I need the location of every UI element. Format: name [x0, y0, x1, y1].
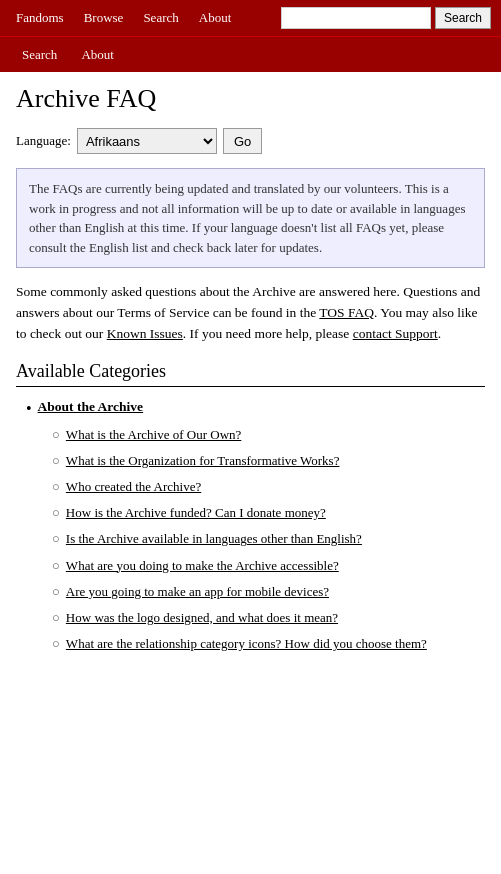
sub-link-3[interactable]: How is the Archive funded? Can I donate …: [66, 504, 326, 522]
second-nav-search[interactable]: Search: [10, 43, 69, 67]
sub-list-item: ○ What is the Organization for Transform…: [52, 452, 485, 470]
sub-link-5[interactable]: What are you doing to make the Archive a…: [66, 557, 339, 575]
second-nav-links: Search About: [10, 43, 126, 67]
sub-list-item: ○ What are the relationship category ico…: [52, 635, 485, 653]
sub-bullet: ○: [52, 635, 60, 653]
nav-search[interactable]: Search: [137, 6, 184, 30]
nav-about[interactable]: About: [193, 6, 238, 30]
sub-link-6[interactable]: Are you going to make an app for mobile …: [66, 583, 329, 601]
categories-list: • About the Archive ○ What is the Archiv…: [16, 399, 485, 653]
cat-link-about-archive[interactable]: About the Archive: [38, 399, 144, 415]
search-input[interactable]: [281, 7, 431, 29]
sub-list-item: ○ What are you doing to make the Archive…: [52, 557, 485, 575]
categories-heading: Available Categories: [16, 361, 485, 387]
known-issues-link[interactable]: Known Issues: [107, 326, 183, 341]
cat-item-about: • About the Archive: [26, 399, 485, 420]
second-nav-about[interactable]: About: [69, 43, 126, 67]
sub-list-item: ○ What is the Archive of Our Own?: [52, 426, 485, 444]
main-content: Archive FAQ Language: Afrikaans English …: [0, 72, 501, 681]
sub-list-item: ○ Is the Archive available in languages …: [52, 530, 485, 548]
top-nav: Fandoms Browse Search About Search: [0, 0, 501, 36]
nav-browse[interactable]: Browse: [78, 6, 130, 30]
language-label: Language:: [16, 133, 71, 149]
sub-bullet: ○: [52, 504, 60, 522]
notice-text: The FAQs are currently being updated and…: [29, 181, 465, 255]
sub-bullet: ○: [52, 426, 60, 444]
sub-bullet: ○: [52, 478, 60, 496]
nav-fandoms[interactable]: Fandoms: [10, 6, 70, 30]
category-item: • About the Archive ○ What is the Archiv…: [26, 399, 485, 653]
search-button[interactable]: Search: [435, 7, 491, 29]
nav-links: Fandoms Browse Search About: [10, 6, 281, 30]
sub-list-item: ○ How is the Archive funded? Can I donat…: [52, 504, 485, 522]
tos-faq-link[interactable]: TOS FAQ: [319, 305, 374, 320]
sub-bullet: ○: [52, 452, 60, 470]
sub-link-7[interactable]: How was the logo designed, and what does…: [66, 609, 338, 627]
sub-link-2[interactable]: Who created the Archive?: [66, 478, 201, 496]
sub-bullet: ○: [52, 557, 60, 575]
notice-box: The FAQs are currently being updated and…: [16, 168, 485, 268]
sub-list-item: ○ How was the logo designed, and what do…: [52, 609, 485, 627]
sub-list-item: ○ Who created the Archive?: [52, 478, 485, 496]
sub-list: ○ What is the Archive of Our Own? ○ What…: [26, 426, 485, 654]
go-button[interactable]: Go: [223, 128, 262, 154]
sub-list-item: ○ Are you going to make an app for mobil…: [52, 583, 485, 601]
search-bar: Search: [281, 7, 491, 29]
page-title: Archive FAQ: [16, 84, 485, 114]
body-paragraph: Some commonly asked questions about the …: [16, 282, 485, 345]
sub-bullet: ○: [52, 530, 60, 548]
sub-link-8[interactable]: What are the relationship category icons…: [66, 635, 427, 653]
language-row: Language: Afrikaans English Deutsch Espa…: [16, 128, 485, 154]
sub-link-1[interactable]: What is the Organization for Transformat…: [66, 452, 340, 470]
sub-link-0[interactable]: What is the Archive of Our Own?: [66, 426, 241, 444]
sub-bullet: ○: [52, 583, 60, 601]
sub-bullet: ○: [52, 609, 60, 627]
cat-bullet: •: [26, 399, 32, 420]
sub-link-4[interactable]: Is the Archive available in languages ot…: [66, 530, 362, 548]
contact-support-link[interactable]: contact Support: [353, 326, 438, 341]
language-select[interactable]: Afrikaans English Deutsch Español França…: [77, 128, 217, 154]
second-nav: Search About: [0, 36, 501, 72]
